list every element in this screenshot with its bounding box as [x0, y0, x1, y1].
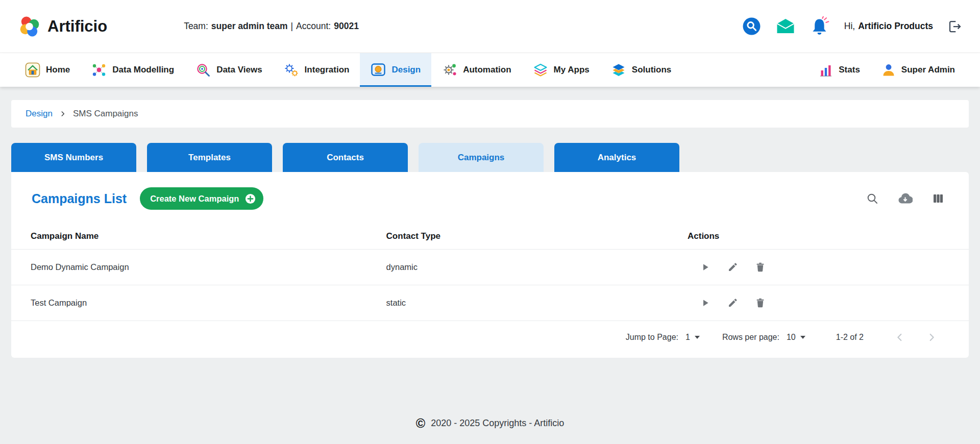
table-row: Test Campaign static: [11, 285, 969, 321]
breadcrumb-design-link[interactable]: Design: [26, 109, 53, 119]
jump-to-page-value: 1: [685, 333, 690, 342]
plus-circle-icon: [244, 193, 256, 205]
page-range: 1-2 of 2: [836, 333, 864, 342]
copyright-icon: ©: [416, 417, 425, 430]
table-toolbar: [866, 192, 944, 205]
page-footer: © 2020 - 2025 Copyrights - Artificio: [0, 417, 980, 430]
table-row: Demo Dynamic Campaign dynamic: [11, 250, 969, 285]
column-contact-type: Contact Type: [386, 231, 688, 241]
tab-sms-numbers[interactable]: SMS Numbers: [11, 143, 136, 172]
tab-campaigns[interactable]: Campaigns: [419, 143, 544, 172]
nav-label: Data Modelling: [112, 65, 174, 75]
contact-type-cell: dynamic: [386, 262, 688, 272]
page-title: Campaigns List: [32, 191, 127, 206]
nav-label: Solutions: [632, 65, 671, 75]
campaign-name-cell: Demo Dynamic Campaign: [31, 262, 386, 272]
rows-per-page-select[interactable]: 10: [787, 333, 805, 342]
separator: |: [291, 21, 293, 32]
team-label: Team:: [184, 21, 208, 32]
notifications-bell-icon[interactable]: [810, 16, 830, 36]
nav-label: Home: [46, 65, 70, 75]
next-page-icon[interactable]: [926, 332, 937, 343]
nav-item-stats[interactable]: Stats: [808, 53, 871, 87]
header-actions: Hi, Artificio Products: [742, 16, 963, 36]
nav-label: Stats: [839, 65, 860, 75]
stats-chart-icon: [819, 63, 833, 77]
design-icon: [371, 62, 386, 78]
brand[interactable]: Artificio: [18, 15, 107, 38]
nav-label: Super Admin: [901, 65, 955, 75]
delete-campaign-icon[interactable]: [755, 298, 766, 308]
user-name: Artificio Products: [858, 21, 933, 32]
row-actions: [688, 298, 949, 308]
super-admin-user-icon: [881, 63, 896, 77]
integration-gears-icon: [284, 62, 299, 78]
breadcrumb-chevron-icon: [59, 110, 66, 117]
sms-tabs: SMS Numbers Templates Contacts Campaigns…: [11, 143, 969, 172]
nav-item-data-views[interactable]: Data Views: [185, 53, 273, 87]
artificio-logo-icon: [18, 15, 41, 38]
tab-analytics[interactable]: Analytics: [554, 143, 679, 172]
chevron-down-icon: [695, 336, 700, 339]
nav-item-home[interactable]: Home: [14, 53, 81, 87]
columns-icon[interactable]: [932, 192, 944, 205]
search-icon[interactable]: [742, 17, 761, 36]
nav-item-data-modelling[interactable]: Data Modelling: [81, 53, 185, 87]
nav-item-my-apps[interactable]: My Apps: [522, 53, 600, 87]
data-modelling-icon: [91, 62, 107, 78]
nav-item-design[interactable]: Design: [360, 53, 431, 87]
main-nav: Home Data Modelling: [0, 53, 980, 87]
column-actions: Actions: [688, 231, 949, 241]
run-campaign-icon[interactable]: [700, 262, 710, 273]
team-account-info: Team: super admin team | Account: 90021: [184, 21, 359, 32]
pagination: Jump to Page: 1 Rows per page: 10 1-2 of…: [11, 321, 969, 354]
create-new-campaign-button[interactable]: Create New Campaign: [140, 187, 263, 210]
tab-templates[interactable]: Templates: [147, 143, 272, 172]
nav-label: My Apps: [554, 65, 590, 75]
card-header: Campaigns List Create New Campaign: [11, 172, 969, 223]
app-root: Artificio Team: super admin team | Accou…: [0, 0, 980, 430]
rows-per-page-value: 10: [787, 333, 796, 342]
my-apps-layers-icon: [533, 62, 548, 78]
jump-to-page-label: Jump to Page:: [626, 333, 678, 342]
nav-label: Integration: [305, 65, 350, 75]
breadcrumb: Design SMS Campaigns: [11, 100, 969, 128]
table-search-icon[interactable]: [866, 192, 878, 205]
tab-contacts[interactable]: Contacts: [283, 143, 408, 172]
copyright-text: 2020 - 2025 Copyrights - Artificio: [431, 418, 564, 429]
campaign-name-cell: Test Campaign: [31, 298, 386, 308]
chevron-down-icon: [800, 336, 805, 339]
account-label: Account:: [296, 21, 331, 32]
column-campaign-name: Campaign Name: [31, 231, 386, 241]
campaigns-card: Campaigns List Create New Campaign: [11, 172, 969, 358]
create-button-label: Create New Campaign: [150, 194, 239, 204]
download-icon[interactable]: [898, 192, 913, 205]
nav-label: Data Views: [216, 65, 262, 75]
mail-icon[interactable]: [775, 18, 796, 35]
row-actions: [688, 262, 949, 273]
team-value: super admin team: [211, 21, 288, 32]
jump-to-page-select[interactable]: 1: [685, 333, 700, 342]
nav-spacer: [682, 53, 808, 87]
solutions-layers-icon: [611, 62, 626, 78]
rows-per-page-label: Rows per page:: [722, 333, 779, 342]
nav-item-super-admin[interactable]: Super Admin: [871, 53, 966, 87]
home-icon: [25, 62, 40, 78]
nav-label: Automation: [463, 65, 511, 75]
nav-label: Design: [391, 65, 421, 75]
data-views-icon: [195, 62, 211, 78]
previous-page-icon[interactable]: [894, 332, 905, 343]
brand-name: Artificio: [47, 17, 107, 36]
contact-type-cell: static: [386, 298, 688, 308]
greeting-prefix: Hi,: [844, 21, 855, 32]
logout-icon[interactable]: [947, 19, 963, 34]
nav-item-solutions[interactable]: Solutions: [600, 53, 682, 87]
top-header: Artificio Team: super admin team | Accou…: [0, 0, 980, 53]
account-value: 90021: [334, 21, 359, 32]
nav-item-automation[interactable]: Automation: [431, 53, 522, 87]
run-campaign-icon[interactable]: [700, 298, 710, 308]
edit-campaign-icon[interactable]: [727, 262, 738, 273]
delete-campaign-icon[interactable]: [755, 262, 766, 273]
edit-campaign-icon[interactable]: [727, 298, 738, 308]
nav-item-integration[interactable]: Integration: [273, 53, 360, 87]
